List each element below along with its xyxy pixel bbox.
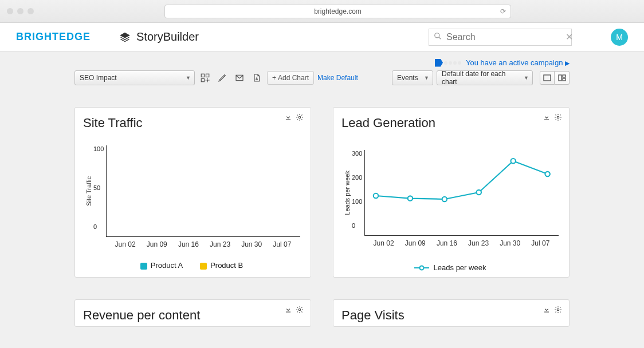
pdf-icon[interactable]	[250, 71, 264, 85]
gear-icon[interactable]	[296, 113, 304, 124]
campaign-progress	[435, 59, 461, 67]
svg-point-23	[299, 309, 301, 311]
y-axis-label: Leads per week	[344, 171, 351, 215]
svg-point-21	[419, 266, 423, 270]
dashboard-apps-icon[interactable]	[198, 71, 212, 85]
svg-rect-24	[544, 312, 549, 313]
product-name: StoryBuilder	[136, 30, 199, 43]
caret-right-icon: ▶	[565, 60, 570, 66]
svg-point-5	[207, 80, 208, 81]
add-chart-label: Add Chart	[278, 74, 309, 82]
events-select[interactable]: Events ▼	[392, 70, 433, 85]
legend-label: Product B	[210, 261, 243, 270]
chart-legend: Leads per week	[341, 263, 559, 272]
line-series	[376, 161, 548, 199]
svg-rect-2	[201, 74, 204, 77]
x-tick: Jul 07	[531, 239, 549, 247]
address-url: brightedge.com	[314, 7, 362, 15]
svg-rect-22	[286, 312, 290, 313]
svg-rect-12	[544, 75, 551, 81]
svg-rect-14	[563, 75, 566, 77]
y-axis-label: Site Traffic	[85, 176, 92, 206]
close-window-icon[interactable]	[7, 8, 13, 14]
card-title: Site Traffic	[83, 116, 300, 130]
active-campaign-link[interactable]: You have an active campaign ▶	[466, 58, 570, 67]
card-lead-generation: Lead Generation Leads per week 300 200 1…	[333, 107, 570, 278]
legend-swatch-line	[414, 265, 429, 271]
app-header: BRIGHTEDGE StoryBuilder ✕ M	[0, 23, 644, 52]
gear-icon[interactable]	[296, 306, 304, 316]
download-icon[interactable]	[284, 306, 292, 316]
layout-single-button[interactable]	[540, 71, 555, 85]
avatar[interactable]: M	[611, 29, 628, 46]
tag-icon	[435, 59, 443, 67]
x-tick: Jun 09	[147, 240, 167, 248]
x-tick: Jun 16	[178, 240, 199, 248]
dashboard-select[interactable]: SEO Impact ▼	[74, 70, 195, 85]
search-box[interactable]: ✕	[429, 29, 572, 46]
x-tick: Jun 23	[210, 240, 230, 248]
x-tick: Jun 09	[405, 239, 426, 247]
layout-toggle	[540, 71, 570, 85]
search-input[interactable]	[446, 32, 561, 42]
card-page-visits: Page Visits	[333, 299, 570, 327]
card-title: Lead Generation	[341, 116, 559, 130]
legend-label: Product A	[151, 261, 183, 270]
gear-icon[interactable]	[554, 113, 562, 124]
add-chart-button[interactable]: + Add Chart	[267, 71, 314, 85]
data-point	[408, 196, 413, 200]
make-default-link[interactable]: Make Default	[317, 74, 358, 82]
data-point	[511, 159, 516, 163]
x-tick: Jul 07	[273, 240, 291, 248]
x-tick: Jun 30	[500, 239, 520, 247]
svg-rect-15	[563, 78, 566, 81]
svg-rect-3	[206, 74, 209, 77]
brand-logo[interactable]: BRIGHTEDGE	[16, 31, 91, 43]
data-point	[374, 193, 378, 198]
chart-legend: Product A Product B	[83, 261, 300, 270]
card-title: Revenue per content	[83, 308, 300, 323]
clear-search-icon[interactable]: ✕	[566, 31, 573, 42]
date-range-select[interactable]: Default date for each chart ▼	[437, 70, 533, 85]
svg-point-25	[557, 309, 559, 311]
dashboard-select-label: SEO Impact	[80, 74, 117, 82]
maximize-window-icon[interactable]	[28, 8, 34, 14]
y-axis-ticks: 300 200 100 0	[352, 150, 364, 236]
x-tick: Jun 16	[437, 239, 457, 247]
email-icon[interactable]	[233, 71, 246, 85]
data-point	[477, 190, 481, 195]
x-tick: Jun 02	[115, 240, 136, 248]
svg-rect-16	[286, 120, 290, 120]
window-controls	[7, 8, 34, 14]
address-bar[interactable]: brightedge.com ⟳	[164, 5, 511, 18]
svg-point-0	[435, 33, 439, 37]
chevron-down-icon: ▼	[186, 75, 191, 81]
layout-grid-button[interactable]	[555, 71, 570, 85]
download-icon[interactable]	[543, 113, 551, 124]
x-tick: Jun 30	[241, 240, 262, 248]
card-title: Page Visits	[341, 308, 559, 323]
data-point	[545, 172, 550, 176]
legend-label: Leads per week	[434, 263, 486, 272]
card-site-traffic: Site Traffic Site Traffic 100 50 0 Jun 0…	[74, 107, 311, 278]
data-point	[442, 197, 447, 201]
svg-rect-4	[201, 79, 204, 82]
x-tick: Jun 23	[468, 239, 489, 247]
legend-swatch-a	[140, 263, 147, 270]
minimize-window-icon[interactable]	[17, 8, 23, 14]
svg-line-1	[439, 37, 441, 39]
download-icon[interactable]	[543, 306, 551, 316]
svg-rect-13	[559, 75, 561, 81]
reload-icon[interactable]: ⟳	[500, 7, 506, 15]
download-icon[interactable]	[284, 113, 292, 124]
edit-icon[interactable]	[215, 71, 229, 85]
y-axis-ticks: 100 50 0	[93, 145, 106, 237]
x-tick: Jun 02	[374, 239, 394, 247]
card-revenue-per-content: Revenue per content	[74, 299, 311, 327]
x-axis: Jun 02Jun 09Jun 16Jun 23Jun 30Jul 07	[341, 236, 559, 247]
gear-icon[interactable]	[554, 306, 562, 316]
date-range-label: Default date for each chart	[442, 70, 522, 86]
svg-point-19	[557, 116, 559, 118]
bar-chart: Site Traffic 100 50 0	[83, 145, 300, 237]
layers-icon	[119, 31, 131, 43]
